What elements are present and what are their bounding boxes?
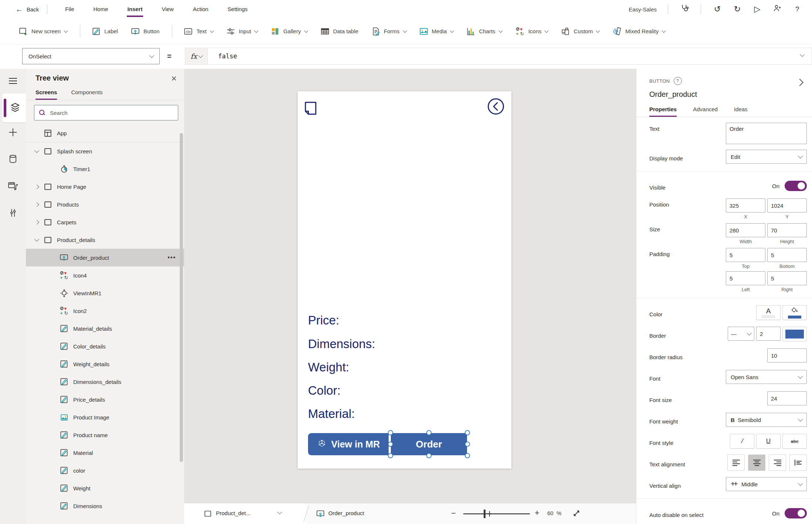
menu-item-action[interactable]: Action: [183, 0, 218, 18]
border-radius-input[interactable]: [767, 348, 807, 363]
menu-item-home[interactable]: Home: [84, 0, 118, 18]
padding-right-input[interactable]: [767, 271, 807, 285]
tree-item-weight-details[interactable]: Weight_details: [26, 355, 184, 373]
vertical-align-select[interactable]: Middle: [726, 477, 807, 491]
search-input[interactable]: [49, 109, 173, 116]
tree-item-dimensions[interactable]: Dimensions: [26, 497, 184, 515]
align-justify-button[interactable]: [789, 455, 807, 471]
canvas-label-price[interactable]: Price:: [308, 313, 339, 327]
selection-handle[interactable]: [426, 453, 432, 458]
toolbar-item-custom[interactable]: Custom: [561, 27, 599, 36]
text-value-input[interactable]: Order: [726, 123, 807, 144]
selection-handle[interactable]: [388, 442, 393, 447]
app-checker-icon[interactable]: [679, 3, 690, 15]
zoom-slider-thumb[interactable]: [484, 510, 485, 518]
undo-icon[interactable]: ↺: [712, 4, 723, 14]
hamburger-icon[interactable]: [0, 77, 26, 85]
align-right-button[interactable]: [769, 455, 786, 471]
phone-screen[interactable]: Price:Dimensions:Weight:Color:Material: …: [298, 91, 511, 469]
view-in-mr-button[interactable]: View in MR: [308, 433, 389, 455]
toolbar-item-text[interactable]: AbcText: [183, 27, 213, 36]
menu-item-insert[interactable]: Insert: [118, 0, 152, 18]
toolbar-item-media[interactable]: Media: [419, 27, 454, 36]
advanced-tools-icon[interactable]: [0, 207, 26, 218]
padding-bottom-input[interactable]: [767, 248, 807, 262]
toolbar-item-mixed-reality[interactable]: Mixed Reality: [612, 26, 665, 36]
formula-input[interactable]: false: [208, 52, 812, 60]
menu-item-file[interactable]: File: [55, 0, 84, 18]
more-options-icon[interactable]: •••: [168, 254, 176, 261]
font-color-button[interactable]: A: [756, 305, 781, 320]
tree-item-order-product[interactable]: Order_product•••: [26, 249, 184, 266]
selection-handle[interactable]: [388, 453, 393, 458]
zoom-in-button[interactable]: +: [535, 508, 539, 518]
toolbar-item-input[interactable]: Input: [226, 27, 258, 36]
toolbar-item-forms[interactable]: Forms: [371, 27, 406, 36]
insert-plus-icon[interactable]: [0, 127, 26, 137]
property-selector[interactable]: OnSelect: [22, 48, 160, 64]
tree-item-product-image[interactable]: Product Image: [26, 408, 184, 426]
border-style-select[interactable]: —: [728, 327, 754, 341]
menu-item-settings[interactable]: Settings: [218, 0, 257, 18]
align-center-button[interactable]: [748, 455, 765, 471]
toolbar-item-charts[interactable]: Charts: [466, 27, 502, 36]
tree-item-icon2[interactable]: ♥+↻Icon2: [26, 302, 184, 320]
toolbar-item-button[interactable]: Button: [131, 27, 159, 36]
display-mode-select[interactable]: Edit: [726, 150, 807, 164]
menu-item-view[interactable]: View: [152, 0, 183, 18]
strikethrough-button[interactable]: abc: [782, 434, 807, 449]
back-circle-icon[interactable]: [487, 98, 505, 117]
tab-ideas[interactable]: Ideas: [734, 106, 748, 117]
underline-button[interactable]: U: [756, 434, 781, 449]
tree-item-timer1[interactable]: Timer1: [26, 160, 184, 178]
chevron-right-icon[interactable]: [26, 203, 42, 206]
font-size-input[interactable]: [767, 391, 807, 405]
tab-advanced[interactable]: Advanced: [693, 106, 718, 117]
toolbar-item-data-table[interactable]: Data table: [320, 27, 358, 36]
toolbar-item-gallery[interactable]: Gallery: [270, 27, 308, 36]
visible-toggle[interactable]: [785, 181, 807, 191]
canvas-label-dimensions[interactable]: Dimensions:: [308, 337, 375, 351]
tab-screens[interactable]: Screens: [35, 89, 57, 100]
border-color-swatch[interactable]: [782, 327, 807, 341]
note-icon[interactable]: [303, 101, 318, 118]
chevron-down-icon[interactable]: [26, 239, 42, 241]
add-user-icon[interactable]: [772, 4, 782, 15]
canvas-label-weight[interactable]: Weight:: [308, 360, 349, 374]
tree-item-weight[interactable]: Weight: [26, 479, 184, 497]
tree-item-material[interactable]: Material: [26, 444, 184, 462]
help-icon[interactable]: ?: [792, 5, 802, 13]
chevron-right-icon[interactable]: [26, 221, 42, 224]
selection-handle[interactable]: [465, 453, 470, 458]
padding-top-input[interactable]: [726, 248, 765, 262]
chevron-right-icon[interactable]: [26, 185, 42, 188]
tree-item-product-name[interactable]: Product name: [26, 426, 184, 444]
selection-handle[interactable]: [388, 430, 393, 435]
selection-handle[interactable]: [465, 442, 470, 447]
back-button[interactable]: ← Back: [16, 5, 39, 14]
auto-disable-toggle[interactable]: [785, 508, 807, 518]
padding-left-input[interactable]: [726, 271, 765, 285]
play-preview-icon[interactable]: ▷: [752, 4, 762, 14]
tree-item-color[interactable]: color: [26, 462, 184, 479]
fx-button[interactable]: fx: [185, 48, 208, 64]
border-thickness-input[interactable]: [756, 327, 781, 341]
fill-color-button[interactable]: [782, 305, 807, 320]
tree-item-product-details[interactable]: Product_details: [26, 231, 184, 249]
tree-item-viewinmr1[interactable]: ViewInMR1: [26, 284, 184, 302]
tree-item-app[interactable]: App: [26, 124, 184, 142]
zoom-out-button[interactable]: −: [451, 508, 456, 518]
font-weight-select[interactable]: B Semibold: [726, 413, 807, 427]
current-screen-name[interactable]: Product_det...: [216, 510, 250, 516]
help-icon[interactable]: ?: [674, 77, 682, 85]
canvas-label-color[interactable]: Color:: [308, 384, 341, 398]
tab-components[interactable]: Components: [71, 89, 102, 100]
expand-icon[interactable]: [572, 508, 581, 520]
italic-button[interactable]: /: [730, 434, 754, 449]
rail-item-tree-view[interactable]: [2, 93, 26, 122]
tree-item-splash-screen[interactable]: Splash screen: [26, 142, 184, 160]
selected-control-name[interactable]: Order_product: [328, 510, 364, 516]
position-y-input[interactable]: [767, 198, 807, 212]
toolbar-item-icons[interactable]: ♥+↻Icons: [515, 26, 548, 37]
size-height-input[interactable]: [767, 223, 807, 237]
